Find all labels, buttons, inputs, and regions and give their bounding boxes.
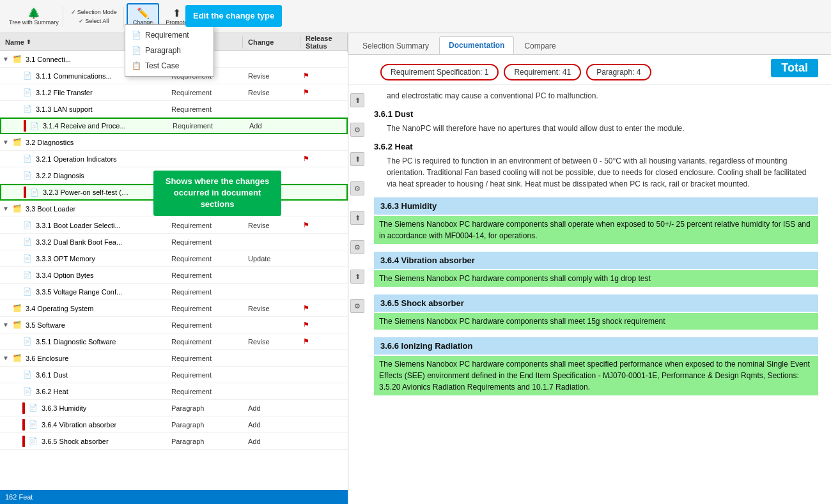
- tree-cell-status: [300, 424, 348, 426]
- doc-section: 3.6.2 HeatThe PC is required to function…: [374, 142, 818, 190]
- right-panel: Selection Summary Documentation Compare …: [348, 33, 831, 504]
- status-text: 162 Feat: [5, 493, 33, 501]
- expand-arrow-icon[interactable]: ▼: [3, 205, 10, 212]
- doc-icon: 📄: [22, 171, 33, 181]
- tree-cell-status: [302, 125, 346, 127]
- side-icons-panel: ⬆⚙⬆⚙⬆⚙⬆⚙: [348, 55, 366, 504]
- doc-icon: 📄: [22, 71, 33, 81]
- flag-icon: ⚑: [303, 337, 309, 346]
- tree-cell-status: [300, 291, 348, 293]
- doc-icon: 📄: [22, 104, 33, 114]
- status-bar: 162 Feat: [0, 490, 348, 504]
- tree-row[interactable]: 📄3.3.5 Voltage Range Conf...Requirement: [0, 284, 348, 300]
- tree-cell-status: [300, 208, 348, 210]
- tree-cell-name: 📄3.3.3 OPT Memory: [0, 252, 166, 265]
- expand-arrow-icon[interactable]: ▼: [3, 355, 10, 362]
- flag-icon: ⚑: [303, 72, 309, 80]
- tree-cell-status: [300, 141, 348, 144]
- tab-compare[interactable]: Compare: [515, 38, 564, 54]
- tree-row[interactable]: 📄3.3.4 Option BytesRequirement: [0, 267, 348, 284]
- doc-icon: 📄: [22, 270, 33, 280]
- doc-icon: 📄: [22, 88, 33, 98]
- tree-cell-status: [300, 174, 348, 177]
- tree-cell-name: 📄3.3.2 Dual Bank Boot Fea...: [0, 236, 166, 248]
- tab-selection-summary[interactable]: Selection Summary: [353, 38, 438, 54]
- section-title: 3.6.3 Humidity: [374, 197, 818, 215]
- tree-row[interactable]: 📄3.1.3 LAN supportRequirement: [0, 101, 348, 118]
- tree-row[interactable]: ▼🗂️3.5 SoftwareRequirement⚑: [0, 317, 348, 333]
- tree-row[interactable]: ▼🗂️3.2 Diagnostics: [0, 134, 348, 151]
- section-text: and electrostatic may cause a convention…: [374, 90, 818, 102]
- tree-cell-status: [300, 257, 348, 260]
- selection-mode-button[interactable]: ✓ Selection Mode: [68, 8, 120, 17]
- tree-row[interactable]: 📄3.1.4 Receive and Proce...RequirementAd…: [0, 118, 348, 134]
- tree-row[interactable]: 📄3.3.1 Boot Loader Selecti...Requirement…: [0, 217, 348, 234]
- tab-documentation[interactable]: Documentation: [439, 36, 514, 54]
- right-content: Total Requirement Specification: 1Requir…: [348, 55, 831, 504]
- settings-icon[interactable]: ⚙: [350, 181, 364, 195]
- dropdown-item-paragraph[interactable]: 📄 Paragraph: [125, 43, 214, 58]
- tree-row[interactable]: 📄3.6.4 Vibration absorberParagraphAdd: [0, 416, 348, 433]
- tree-cell-status: [300, 241, 348, 243]
- tree-cell-name: 📄3.5.1 Diagnostic Software: [0, 335, 166, 348]
- dropdown-item-testcase[interactable]: 📋 Test Case: [125, 58, 214, 73]
- expand-arrow-icon[interactable]: ▼: [3, 139, 10, 146]
- row-name-text: 3.2.3 Power-on self-test (…: [43, 188, 128, 196]
- tree-cell-status: [300, 357, 348, 360]
- expand-section-icon[interactable]: ⬆: [350, 211, 364, 225]
- left-panel: Name ⬆ Type Change Release Status ▼🗂️3.1…: [0, 33, 348, 504]
- folder-icon: 🗂️: [12, 353, 22, 363]
- tree-row[interactable]: 📄3.5.1 Diagnostic SoftwareRequirementRev…: [0, 333, 348, 350]
- settings-icon[interactable]: ⚙: [350, 240, 364, 254]
- expand-arrow-icon[interactable]: ▼: [3, 321, 10, 328]
- red-bar-indicator: [24, 187, 26, 198]
- expand-section-icon[interactable]: ⬆: [350, 270, 364, 284]
- doc-icon: 📄: [22, 220, 33, 231]
- flag-icon: ⚑: [303, 321, 309, 329]
- folder-icon: 🗂️: [12, 54, 22, 65]
- row-name-text: 3.6.1 Dust: [36, 371, 68, 379]
- tree-row[interactable]: 📄3.3.2 Dual Bank Boot Fea...Requirement: [0, 234, 348, 250]
- tree-row[interactable]: 🗂️3.4 Operating SystemRequirementRevise⚑: [0, 300, 348, 317]
- expand-section-icon[interactable]: ⬆: [350, 93, 364, 107]
- doc-icon: 📄: [22, 370, 33, 380]
- tree-row[interactable]: 📄3.6.3 HumidityParagraphAdd: [0, 400, 348, 416]
- tree-cell-status: [300, 407, 348, 409]
- doc-icon: 📄: [22, 386, 33, 397]
- dropdown-item-requirement[interactable]: 📄 Requirement: [125, 27, 214, 43]
- tree-row[interactable]: 📄3.2.1 Operation Indicators⚑: [0, 151, 348, 167]
- tree-cell-name: 📄3.1.3 LAN support: [0, 103, 166, 116]
- tree-cell-change: Add: [243, 436, 300, 447]
- doc-section: 3.6.3 HumidityThe Siemens Nanobox PC har…: [374, 197, 818, 244]
- row-name-text: 3.6 Enclosure: [26, 355, 68, 362]
- dropdown-requirement-label: Requirement: [145, 31, 189, 40]
- row-name-text: 3.1.2 File Transfer: [36, 89, 93, 96]
- tree-row[interactable]: 📄3.3.3 OPT MemoryRequirementUpdate: [0, 250, 348, 267]
- tree-cell-change: Revise: [243, 71, 300, 81]
- doc-icon: 📄: [22, 287, 33, 297]
- tree-cell-status: [300, 58, 348, 61]
- settings-icon[interactable]: ⚙: [350, 299, 364, 313]
- paragraph-icon: 📄: [132, 46, 141, 55]
- main-content: Name ⬆ Type Change Release Status ▼🗂️3.1…: [0, 33, 831, 504]
- tree-cell-status: [302, 191, 346, 194]
- settings-icon[interactable]: ⚙: [350, 123, 364, 137]
- flag-icon: ⚑: [303, 155, 309, 163]
- row-name-text: 3.2.1 Operation Indicators: [36, 155, 117, 163]
- tree-summary-button[interactable]: 🌲 Tree with Summary: [5, 6, 63, 27]
- expand-section-icon[interactable]: ⬆: [350, 152, 364, 166]
- tree-row[interactable]: 📄3.6.1 DustRequirement: [0, 367, 348, 383]
- tree-row[interactable]: 📄3.6.5 Shock absorberParagraphAdd: [0, 433, 348, 450]
- expand-arrow-icon[interactable]: ▼: [3, 56, 10, 63]
- doc-section: and electrostatic may cause a convention…: [374, 90, 818, 102]
- tree-cell-type: Requirement: [166, 320, 243, 330]
- tree-cell-name: 📄3.1.2 File Transfer: [0, 86, 166, 99]
- tree-row[interactable]: ▼🗂️3.6 EnclosureRequirement: [0, 350, 348, 367]
- summary-badge: Paragraph: 4: [586, 64, 651, 80]
- tree-row[interactable]: 📄3.6.2 HeatRequirement: [0, 383, 348, 400]
- folder-icon: 🗂️: [12, 303, 22, 314]
- row-name-text: 3.3 Boot Loader: [26, 205, 75, 213]
- row-name-text: 3.1 Connecti...: [26, 56, 71, 63]
- select-all-button[interactable]: ✓ Select All: [68, 17, 120, 26]
- tree-row[interactable]: 📄3.1.2 File TransferRequirementRevise⚑: [0, 84, 348, 101]
